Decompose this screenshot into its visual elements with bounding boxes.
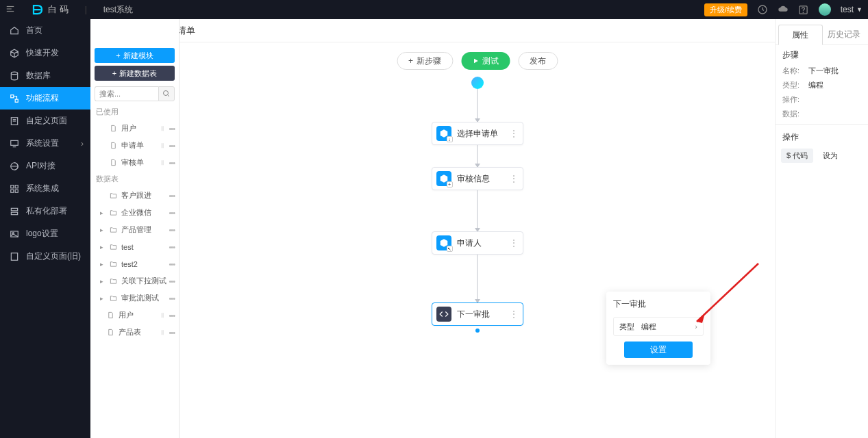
flow-node-review[interactable]: + 审核信息 ⋮ — [432, 167, 523, 190]
sidebar-item-api[interactable]: API对接 — [0, 155, 90, 177]
code-chip[interactable]: $ 代码 — [781, 149, 813, 163]
folder-icon — [110, 209, 117, 216]
file-icon — [107, 328, 114, 336]
section-operation: 操作 — [776, 127, 868, 146]
image-icon — [10, 229, 19, 239]
flow-node-applicant[interactable]: ↖ 申请人 ⋮ — [432, 231, 523, 255]
tree-item[interactable]: 申请单⦀••• — [90, 137, 179, 154]
svg-point-5 — [803, 12, 804, 12]
svg-rect-18 — [15, 190, 18, 192]
tree-item[interactable]: ▸test2••• — [90, 255, 179, 272]
system-name: test系统 — [103, 4, 133, 16]
menu-toggle-icon[interactable] — [5, 4, 15, 16]
popup-title: 下一审批 — [613, 298, 704, 310]
type-selector[interactable]: 类型编程 › — [613, 317, 704, 336]
cube-icon — [10, 49, 19, 58]
folder-icon — [110, 277, 117, 285]
folder-icon — [110, 294, 117, 302]
file-icon — [107, 311, 114, 319]
sidebar-item-workflow[interactable]: 功能流程 — [0, 87, 90, 110]
flow-icon — [10, 94, 19, 103]
tab-history[interactable]: 历史记录 — [823, 25, 866, 44]
tree-item[interactable]: 用户⦀••• — [90, 307, 179, 324]
page-icon — [10, 116, 19, 126]
properties-panel: 属性 历史记录 步骤 名称:下一审批 类型:编程 操作: 数据: 操作 $ 代码… — [775, 19, 868, 438]
node-more-icon[interactable]: ⋮ — [509, 176, 519, 181]
user-menu[interactable]: test ▼ — [841, 5, 863, 14]
publish-button[interactable]: 发布 — [518, 52, 558, 70]
svg-line-25 — [168, 95, 170, 97]
cloud-icon[interactable] — [778, 4, 789, 15]
new-step-button[interactable]: + 新步骤 — [397, 52, 453, 70]
topbar: 白 码 | test系统 升级/续费 test ▼ — [0, 0, 868, 19]
svg-point-6 — [11, 72, 17, 75]
settings-button[interactable]: 设置 — [624, 342, 693, 358]
tables-section-label: 数据表 — [90, 171, 179, 187]
chevron-right-icon: › — [695, 322, 697, 331]
node-more-icon[interactable]: ⋮ — [509, 311, 519, 317]
sidebar-item-home[interactable]: 首页 — [0, 19, 90, 42]
svg-rect-20 — [11, 212, 17, 215]
flow-node-select[interactable]: ↓ 选择申请单 ⋮ — [432, 122, 523, 145]
tab-properties[interactable]: 属性 — [778, 25, 823, 45]
svg-rect-8 — [15, 99, 18, 102]
logo-icon — [32, 3, 44, 16]
sidebar-item-custom-page-old[interactable]: 自定义页面(旧) — [0, 245, 90, 268]
section-step: 步骤 — [776, 45, 868, 64]
tree-item[interactable]: ▸企业微信••• — [90, 204, 179, 221]
sidebar-item-deploy[interactable]: 私有化部署 — [0, 200, 90, 222]
search-button[interactable] — [158, 86, 175, 101]
tree-item[interactable]: ▸审批流测试••• — [90, 289, 179, 307]
add-node-handle[interactable] — [475, 328, 480, 333]
used-section-label: 已使用 — [90, 104, 179, 120]
tree-item[interactable]: 用户⦀••• — [90, 120, 179, 137]
file-icon — [110, 125, 117, 132]
breadcrumb: ‹ 返回 功能 - 审核申请单 — [90, 19, 868, 42]
new-module-button[interactable]: + 新建模块 — [95, 48, 175, 63]
svg-rect-19 — [11, 208, 17, 211]
sidebar-item-integration[interactable]: 系统集成 — [0, 177, 90, 200]
help-icon[interactable] — [798, 4, 809, 15]
svg-rect-16 — [15, 185, 18, 188]
tree-item[interactable]: 产品表⦀••• — [90, 324, 179, 341]
sidebar-item-logo[interactable]: logo设置 — [0, 222, 90, 245]
flow-node-next-approval[interactable]: 下一审批 ⋮ — [432, 302, 523, 326]
set-as-button[interactable]: 设为 — [817, 149, 843, 163]
svg-rect-23 — [11, 253, 17, 260]
database-icon — [10, 71, 19, 81]
svg-point-24 — [164, 91, 169, 96]
module-panel: + 新建模块 + 新建数据表 已使用 用户⦀•••申请单⦀•••审核单⦀••• … — [90, 19, 179, 438]
svg-rect-7 — [11, 94, 14, 97]
node-more-icon[interactable]: ⋮ — [509, 240, 519, 246]
folder-icon — [110, 243, 117, 250]
sidebar-item-quick-dev[interactable]: 快速开发 — [0, 42, 90, 64]
refresh-icon[interactable] — [757, 4, 768, 15]
start-node[interactable] — [471, 77, 484, 89]
canvas[interactable]: + 新步骤 测试 发布 ↓ 选择申请单 ⋮ + 审核信息 ⋮ ↖ 申请人 ⋮ 下… — [179, 42, 775, 438]
logo[interactable]: 白 码 — [32, 3, 69, 16]
search-input[interactable] — [95, 86, 158, 101]
sidebar: 首页 快速开发 数据库 功能流程 自定义页面 系统设置 API对接 系统集成 私… — [0, 19, 90, 438]
new-table-button[interactable]: + 新建数据表 — [95, 66, 175, 81]
tree-item[interactable]: 客户跟进••• — [90, 187, 179, 204]
tree-item[interactable]: ▸产品管理••• — [90, 221, 179, 238]
node-config-popup: 下一审批 类型编程 › 设置 — [606, 292, 710, 365]
search-icon — [162, 90, 171, 98]
sidebar-item-sys-setting[interactable]: 系统设置 — [0, 132, 90, 155]
tree-item[interactable]: 审核单⦀••• — [90, 154, 179, 171]
sidebar-item-custom-page[interactable]: 自定义页面 — [0, 110, 90, 132]
tree-item[interactable]: ▸关联下拉测试••• — [90, 272, 179, 289]
test-button[interactable]: 测试 — [461, 52, 510, 70]
tree-item[interactable]: ▸test••• — [90, 238, 179, 255]
home-icon — [10, 26, 19, 36]
sidebar-item-database[interactable]: 数据库 — [0, 64, 90, 87]
folder-icon — [110, 226, 117, 233]
upgrade-button[interactable]: 升级/续费 — [704, 3, 747, 16]
folder-icon — [110, 192, 117, 199]
file-icon — [110, 142, 117, 149]
monitor-icon — [10, 139, 19, 149]
avatar[interactable] — [819, 3, 831, 16]
prop-name-value: 下一审批 — [808, 66, 839, 76]
page-old-icon — [10, 252, 19, 261]
node-more-icon[interactable]: ⋮ — [509, 131, 519, 136]
